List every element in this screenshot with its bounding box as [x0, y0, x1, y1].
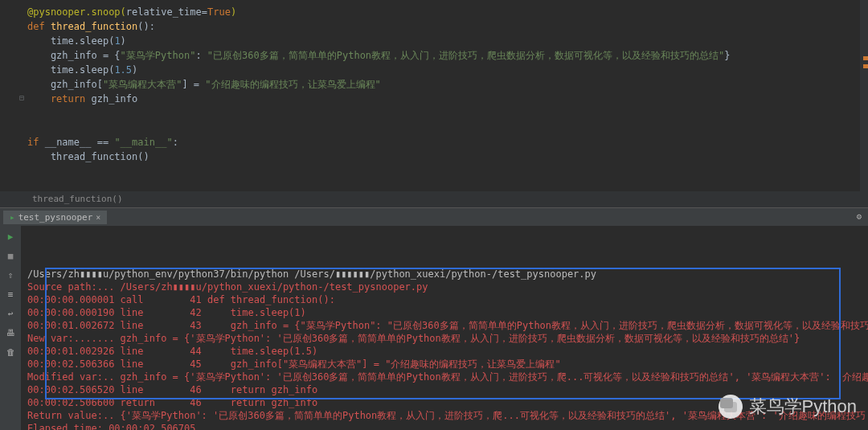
console-line: 00:00:01.002926 line 44 time.sleep(1.5) [27, 345, 862, 358]
rerun-button[interactable]: ▶ [3, 229, 18, 244]
breadcrumb: thread_function() [0, 191, 868, 207]
layout-button[interactable]: ≡ [3, 287, 18, 301]
breadcrumb-label: thread_function() [32, 194, 123, 204]
print-button[interactable]: 🖶 [3, 326, 18, 340]
gear-icon[interactable]: ⚙ [856, 211, 862, 222]
console-line: Source path:... /Users/zh▮▮▮▮u/python_xu… [27, 281, 862, 293]
console-line: 00:00:01.002672 line 43 gzh_info = {"菜鸟学… [27, 319, 862, 332]
close-icon[interactable]: × [96, 213, 100, 222]
console-line: 00:00:00.000190 line 42 time.sleep(1) [27, 306, 862, 319]
console-tabbar: ▸ test_pysnooper × ⚙ [0, 208, 868, 226]
softwrap-button[interactable]: ↩ [3, 306, 18, 321]
code-editor[interactable]: ⊟ @pysnooper.snoop(relative_time=True)de… [0, 0, 868, 191]
console-line: 00:00:00.000001 call 41 def thread_funct… [27, 293, 862, 306]
code-area[interactable]: @pysnooper.snoop(relative_time=True)def … [27, 0, 868, 191]
marker-icon [863, 64, 868, 68]
console-line: Modified var:.. gzh_info = {'菜鸟学Python':… [27, 371, 862, 383]
run-tab[interactable]: ▸ test_pysnooper × [3, 211, 107, 224]
run-toolbar: ▶ ■ ⇧ ≡ ↩ 🖶 🗑 [0, 226, 21, 430]
console-line: 00:00:02.506366 line 45 gzh_info["菜鸟编程大本… [27, 358, 862, 371]
fold-icon[interactable]: ⊟ [19, 93, 24, 102]
watermark-label: 菜鸟学Python [749, 395, 858, 419]
watermark: 菜鸟学Python [719, 395, 858, 419]
editor-scrollbar[interactable] [860, 0, 868, 191]
console-line: Elapsed time: 00:00:02.506705 [27, 422, 862, 430]
wechat-icon [719, 395, 743, 419]
stop-button[interactable]: ■ [3, 248, 18, 263]
console-line: /Users/zh▮▮▮▮u/python_env/python37/bin/p… [27, 268, 862, 281]
up-button[interactable]: ⇧ [3, 268, 18, 282]
play-icon: ▸ [10, 212, 15, 223]
console-line: New var:....... gzh_info = {'菜鸟学Python':… [27, 332, 862, 345]
marker-icon [863, 56, 868, 60]
run-tab-label: test_pysnooper [18, 212, 93, 223]
trash-button[interactable]: 🗑 [3, 345, 18, 359]
